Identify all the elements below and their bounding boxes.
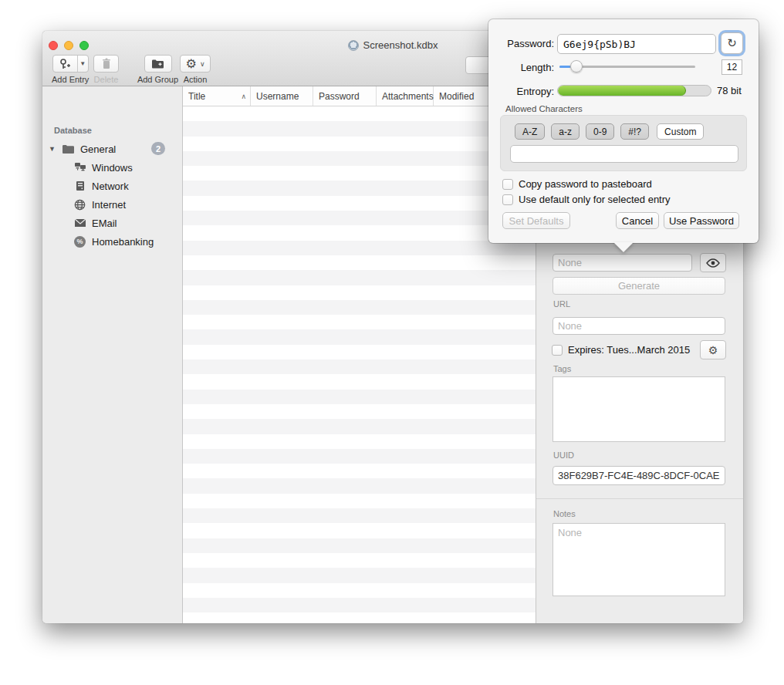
trash-icon — [101, 58, 112, 69]
column-header-password[interactable]: Password — [313, 86, 377, 106]
sidebar-section-header: Database — [54, 126, 92, 135]
length-slider[interactable] — [559, 66, 695, 68]
notes-field[interactable] — [553, 523, 725, 596]
sidebar-item-label: General — [80, 143, 116, 155]
add-group-label: Add Group — [137, 75, 178, 84]
sidebar-item-network[interactable]: Network — [42, 177, 182, 194]
workgroup-icon — [73, 162, 86, 173]
reveal-password-button[interactable] — [700, 253, 726, 272]
allowed-characters-label: Allowed Characters — [505, 104, 583, 113]
allowed-characters-group: A-Z a-z 0-9 #!? Custom — [500, 115, 747, 171]
gear-icon: ⚙ — [186, 58, 197, 70]
action-label: Action — [184, 75, 208, 84]
sidebar-item-label: Homebanking — [92, 236, 154, 248]
add-entry-label: Add Entry — [52, 75, 89, 84]
length-slider-fill — [559, 66, 570, 68]
refresh-icon: ↻ — [727, 36, 737, 50]
tags-field[interactable] — [553, 376, 725, 442]
table-body-empty[interactable] — [183, 106, 536, 623]
entry-table: Title ∧ Username Password Attachments Mo… — [183, 86, 536, 623]
custom-characters-field[interactable] — [510, 145, 738, 163]
generated-password-field[interactable] — [557, 34, 716, 54]
length-label: Length: — [488, 62, 554, 73]
column-header-username[interactable]: Username — [251, 86, 313, 106]
sidebar-item-homebanking[interactable]: % Homebanking — [42, 233, 182, 250]
toolbar-item-delete: Delete — [93, 55, 119, 84]
charset-custom-button[interactable]: Custom — [657, 123, 704, 140]
popover-arrow — [613, 242, 634, 252]
charset-lowercase-button[interactable]: a-z — [551, 123, 580, 140]
expires-checkbox[interactable] — [552, 345, 563, 356]
sidebar-item-label: Windows — [92, 162, 133, 174]
entry-count-badge: 2 — [151, 142, 165, 155]
table-header: Title ∧ Username Password Attachments Mo… — [183, 86, 536, 106]
notes-section-label: Notes — [553, 509, 576, 518]
window-title: Screenshot.kdbx — [363, 39, 438, 51]
entropy-meter-fill — [558, 86, 686, 96]
expires-row: Expires: Tues...March 2015 — [552, 344, 690, 356]
entropy-label: Entropy: — [488, 86, 554, 97]
charset-symbols-button[interactable]: #!? — [620, 123, 649, 140]
use-default-label: Use default only for selected entry — [519, 194, 671, 205]
sidebar-item-windows[interactable]: Windows — [42, 159, 182, 176]
action-button[interactable]: ⚙ ∨ — [180, 55, 211, 73]
chevron-down-icon[interactable]: ▼ — [77, 56, 88, 72]
copy-to-pasteboard-checkbox[interactable] — [502, 179, 513, 190]
generate-button[interactable]: Generate — [553, 277, 725, 295]
entropy-value: 78 bit — [717, 85, 742, 96]
uuid-section-label: UUID — [553, 450, 574, 460]
envelope-icon — [73, 218, 86, 228]
password-generator-popover: Password: ↻ Length: Entropy: 78 bit Allo… — [488, 19, 759, 243]
eye-icon — [706, 258, 720, 268]
charset-digits-button[interactable]: 0-9 — [586, 123, 614, 140]
length-value-field[interactable] — [721, 59, 742, 75]
toolbar-item-action: ⚙ ∨ Action — [180, 55, 211, 84]
tag-token[interactable] — [558, 383, 593, 398]
password-field[interactable] — [553, 254, 692, 272]
generated-password-label: Password: — [488, 38, 554, 49]
server-icon — [73, 181, 86, 191]
regenerate-button[interactable]: ↻ — [721, 32, 743, 54]
set-defaults-button[interactable]: Set Defaults — [502, 212, 570, 229]
length-slider-knob[interactable] — [570, 60, 583, 73]
delete-label: Delete — [94, 75, 119, 84]
sidebar-item-general[interactable]: ▼ General 2 — [42, 140, 182, 157]
disclosure-triangle-icon[interactable]: ▼ — [49, 145, 56, 153]
copy-to-pasteboard-option: Copy password to pasteboard — [502, 178, 652, 190]
sidebar-item-internet[interactable]: Internet — [42, 196, 182, 213]
cancel-button[interactable]: Cancel — [616, 212, 659, 229]
expires-settings-button[interactable]: ⚙ — [700, 340, 726, 359]
toolbar-item-add-group: Add Group — [129, 55, 187, 84]
globe-icon — [73, 199, 86, 211]
sidebar-item-label: EMail — [92, 218, 117, 229]
column-header-attachments[interactable]: Attachments — [377, 86, 434, 106]
use-default-option: Use default only for selected entry — [502, 194, 671, 205]
use-password-button[interactable]: Use Password — [664, 212, 739, 229]
sidebar-item-label: Network — [92, 181, 129, 192]
gear-icon: ⚙ — [708, 345, 718, 356]
folder-icon — [62, 144, 75, 154]
toolbar-item-add-entry: ▼ Add Entry — [52, 55, 89, 84]
delete-button[interactable] — [93, 55, 119, 73]
tags-section-label: Tags — [553, 364, 571, 373]
sort-ascending-icon: ∧ — [241, 93, 246, 100]
url-section-label: URL — [553, 299, 570, 309]
chevron-down-icon: ∨ — [200, 60, 205, 68]
add-group-button[interactable] — [144, 55, 172, 73]
column-header-title[interactable]: Title ∧ — [183, 86, 251, 106]
document-icon — [348, 40, 359, 51]
folder-plus-icon — [151, 59, 164, 69]
add-entry-button[interactable]: ▼ — [52, 55, 89, 73]
sidebar-item-label: Internet — [92, 199, 126, 211]
entropy-meter — [557, 85, 711, 96]
sidebar-item-email[interactable]: EMail — [42, 214, 182, 231]
percent-icon: % — [73, 236, 86, 248]
use-default-checkbox[interactable] — [502, 194, 513, 205]
expires-label: Expires: Tues...March 2015 — [568, 344, 690, 356]
uuid-field[interactable] — [553, 466, 725, 485]
charset-uppercase-button[interactable]: A-Z — [515, 123, 545, 140]
key-plus-icon — [53, 56, 77, 72]
url-field[interactable] — [553, 317, 725, 335]
copy-to-pasteboard-label: Copy password to pasteboard — [519, 178, 652, 190]
sidebar: Database ▼ General 2 Windows Networ — [42, 86, 183, 623]
